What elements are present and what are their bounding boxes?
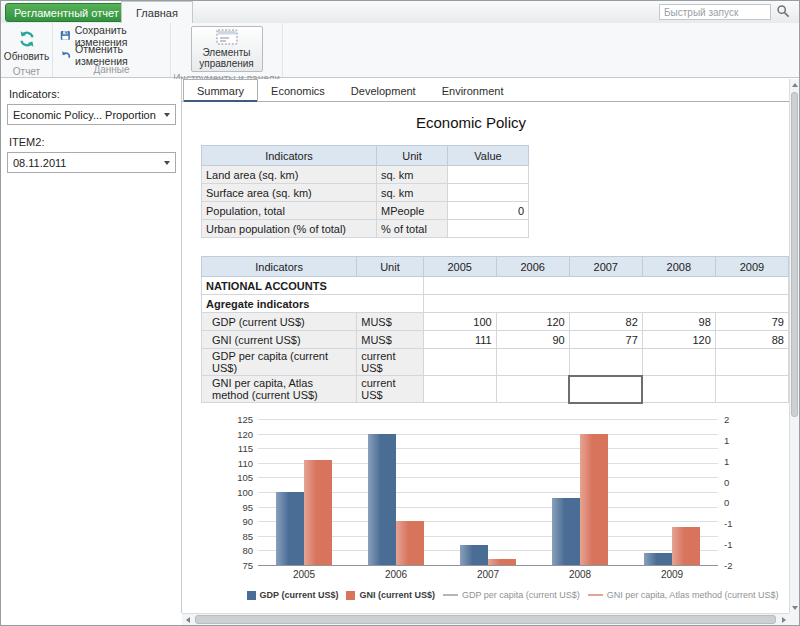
vertical-scroll-thumb[interactable] <box>791 92 798 417</box>
value-cell[interactable] <box>642 349 715 376</box>
report-sheet: Economic Policy IndicatorsUnitValueLand … <box>182 102 789 613</box>
gridline <box>258 434 718 435</box>
report-menu-button[interactable]: Регламентный отчет <box>5 3 140 22</box>
save-changes-button[interactable]: Сохранить изменения <box>56 27 167 44</box>
scroll-down-button[interactable] <box>790 602 799 613</box>
table-row: Land area (sq. km)sq. km <box>202 166 529 184</box>
column-header: Unit <box>357 257 423 277</box>
value-cell[interactable] <box>448 184 529 202</box>
save-icon <box>60 29 71 42</box>
chart-plot <box>258 419 718 566</box>
value-cell[interactable] <box>715 349 788 376</box>
indicators-dropdown-value: Economic Policy... Proportion of s... (1 <box>8 109 159 121</box>
indicator-cell: GNI per capita, Atlas method (current US… <box>202 376 357 403</box>
controls-button[interactable]: Элементы управления <box>191 26 263 72</box>
y-tick-label: 2 <box>724 414 729 425</box>
value-cell[interactable]: 90 <box>496 331 569 349</box>
scroll-up-button[interactable] <box>790 79 799 90</box>
chart-y-axis-left: 1251201151101051009590858075 <box>228 419 258 566</box>
ribbon: Обновить Отчет Сохранить изменения <box>1 23 799 78</box>
value-cell[interactable]: 82 <box>569 313 642 331</box>
section-label-cell: NATIONAL ACCOUNTS <box>202 277 424 295</box>
ribbon-group-tools: Элементы управления Инструменты и панели <box>171 23 283 77</box>
y-tick-label: -1 <box>724 539 732 550</box>
legend-bar-swatch <box>346 591 355 600</box>
y-tick-label: 110 <box>238 458 253 469</box>
value-cell[interactable] <box>569 349 642 376</box>
refresh-button[interactable]: Обновить <box>1 26 52 65</box>
item2-dropdown-button[interactable] <box>159 153 175 172</box>
value-cell[interactable] <box>423 376 496 403</box>
value-cell[interactable] <box>448 220 529 238</box>
y-tick-label: 80 <box>242 545 253 556</box>
legend-bar-swatch <box>247 591 256 600</box>
tab-environment[interactable]: Environment <box>429 81 517 101</box>
value-cell[interactable]: 79 <box>715 313 788 331</box>
value-cell[interactable] <box>496 376 569 403</box>
search-input[interactable] <box>660 5 770 19</box>
column-header: 2005 <box>423 257 496 277</box>
value-cell[interactable] <box>496 349 569 376</box>
y-tick-label: -2 <box>724 560 732 571</box>
selected-cell[interactable] <box>569 376 642 403</box>
value-cell[interactable]: 111 <box>423 331 496 349</box>
scroll-left-button[interactable] <box>182 614 193 625</box>
legend-item: GDP (current US$) <box>247 590 339 600</box>
table-row: GDP per capita (current US$)current US$ <box>202 349 789 376</box>
value-cell[interactable] <box>715 376 788 403</box>
section-cell <box>423 295 788 313</box>
chart-bar <box>396 521 424 565</box>
value-cell[interactable] <box>642 376 715 403</box>
horizontal-scrollbar <box>182 613 789 625</box>
chart-bar <box>276 492 304 565</box>
section-cell <box>423 277 788 295</box>
scrollbar-corner <box>789 613 799 625</box>
value-cell[interactable] <box>448 166 529 184</box>
table-row: Surface area (sq. km)sq. km <box>202 184 529 202</box>
indicators-dropdown-button[interactable] <box>159 105 175 124</box>
y-tick-label: 1 <box>724 456 729 467</box>
indicators-dropdown[interactable]: Economic Policy... Proportion of s... (1 <box>7 104 176 125</box>
item2-dropdown[interactable]: 08.11.2011 <box>7 152 176 173</box>
unit-cell: sq. km <box>377 184 448 202</box>
value-cell[interactable]: 88 <box>715 331 788 349</box>
application-window: Регламентный отчет Главная О <box>0 0 800 626</box>
table-row: Population, totalMPeople0 <box>202 202 529 220</box>
scroll-right-button[interactable] <box>778 614 789 625</box>
chevron-down-icon <box>164 161 170 168</box>
value-cell[interactable] <box>423 349 496 376</box>
report-menu-label: Регламентный отчет <box>14 7 119 19</box>
table-header-row: IndicatorsUnitValue <box>202 146 529 166</box>
horizontal-scroll-thumb[interactable] <box>195 615 776 624</box>
tab-development[interactable]: Development <box>338 81 429 101</box>
value-cell[interactable]: 0 <box>448 202 529 220</box>
controls-label: Элементы управления <box>194 47 260 69</box>
table-header-row: IndicatorsUnit20052006200720082009 <box>202 257 789 277</box>
unit-cell: current US$ <box>357 349 423 376</box>
chart-bar <box>488 559 516 565</box>
y-tick-label: 95 <box>242 502 253 513</box>
arrow-up-icon <box>792 80 798 87</box>
ribbon-tab-home[interactable]: Главная <box>121 1 193 24</box>
tab-summary[interactable]: Summary <box>183 79 258 102</box>
y-tick-label: 125 <box>237 414 253 425</box>
tab-economics[interactable]: Economics <box>258 81 338 101</box>
item2-dropdown-value: 08.11.2011 <box>8 157 159 169</box>
section-row: Agregate indicators <box>202 295 789 313</box>
value-cell[interactable]: 120 <box>642 331 715 349</box>
value-cell[interactable]: 77 <box>569 331 642 349</box>
unit-cell: current US$ <box>357 376 423 403</box>
chart: 1251201151101051009590858075 21100-1-1-2… <box>228 419 788 600</box>
value-cell[interactable]: 98 <box>642 313 715 331</box>
chart-legend: GDP (current US$)GNI (current US$)GDP pe… <box>220 590 789 600</box>
table-row: GDP (current US$)MUS$100120829879 <box>202 313 789 331</box>
value-cell[interactable]: 120 <box>496 313 569 331</box>
column-header: 2006 <box>496 257 569 277</box>
search-icon[interactable] <box>776 4 791 19</box>
column-header: 2009 <box>715 257 788 277</box>
legend-label: GNI per capita, Atlas method (current US… <box>607 590 779 600</box>
ribbon-group-report: Обновить Отчет <box>1 23 53 77</box>
undo-changes-button[interactable]: Отменить изменения <box>56 46 167 63</box>
value-cell[interactable]: 100 <box>423 313 496 331</box>
chart-bar <box>644 553 672 565</box>
